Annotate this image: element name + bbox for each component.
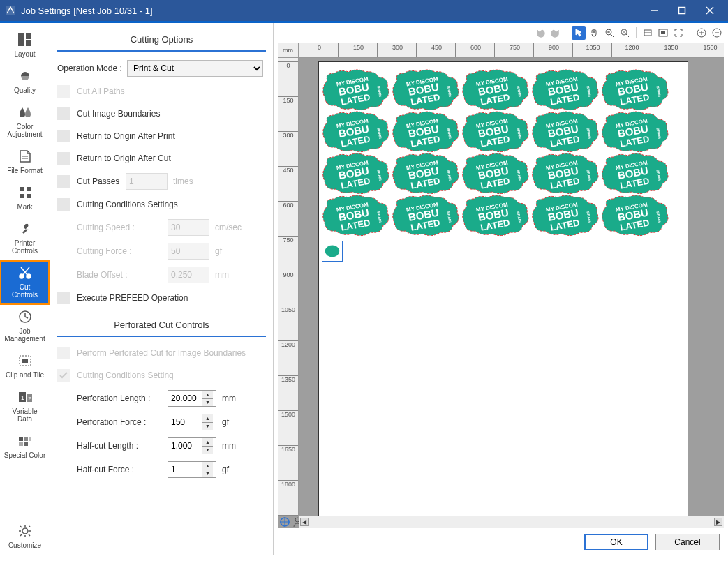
canvas-inner[interactable]: MY DISCOM BOBU LATED BRAIN MY DISCOM BOB… xyxy=(299,58,724,516)
svg-rect-28 xyxy=(24,437,28,441)
options-panel: Cutting Options Operation Mode : Print &… xyxy=(50,23,274,555)
redo-button[interactable] xyxy=(549,26,563,40)
tab-quality[interactable]: Quality xyxy=(0,63,50,100)
tab-label: File Format xyxy=(1,167,48,174)
nested-sticker[interactable]: MY DISCOM BOBU LATED BRAIN xyxy=(319,193,392,238)
zoom-in-button[interactable] xyxy=(602,26,616,40)
spin-up[interactable]: ▲ xyxy=(202,462,213,470)
svg-point-32 xyxy=(22,528,28,534)
prefeed-checkbox[interactable] xyxy=(57,292,70,304)
dialog-footer: OK Cancel xyxy=(274,528,728,555)
pointer-tool[interactable] xyxy=(572,26,586,40)
undo-button[interactable] xyxy=(533,26,547,40)
svg-rect-10 xyxy=(20,187,24,191)
cut-passes-checkbox[interactable] xyxy=(57,175,70,188)
nested-sticker[interactable]: MY DISCOM BOBU LATED BRAIN xyxy=(528,68,601,112)
operation-mode-select[interactable]: Print & Cut xyxy=(127,60,263,77)
cut-image-boundaries-label: Cut Image Boundaries xyxy=(77,109,160,119)
perf-length-unit: mm xyxy=(222,394,257,403)
svg-line-38 xyxy=(29,534,30,536)
spin-down[interactable]: ▼ xyxy=(202,399,213,407)
spin-down[interactable]: ▼ xyxy=(202,470,213,478)
nested-sticker[interactable]: MY DISCOM BOBU LATED BRAIN xyxy=(389,151,461,196)
layout-icon xyxy=(15,31,35,48)
wrench-icon xyxy=(15,220,35,237)
fit-page-button[interactable] xyxy=(671,26,685,40)
nested-sticker[interactable]: MY DISCOM BOBU LATED BRAIN xyxy=(528,193,601,238)
nested-sticker[interactable]: MY DISCOM BOBU LATED BRAIN xyxy=(459,193,531,238)
tab-label: Layout xyxy=(1,50,48,58)
tab-printer-controls[interactable]: Printer Controls xyxy=(0,216,50,260)
nested-sticker[interactable]: MY DISCOM BOBU LATED BRAIN xyxy=(319,151,392,196)
tab-color-adjustment[interactable]: Color Adjustment xyxy=(0,100,50,144)
perf-force-input[interactable]: ▲▼ xyxy=(168,414,216,430)
svg-line-40 xyxy=(20,534,22,536)
perf-length-input[interactable]: ▲▼ xyxy=(168,390,216,407)
nested-sticker[interactable]: MY DISCOM BOBU LATED BRAIN xyxy=(528,151,601,196)
zoom-out-button[interactable] xyxy=(618,26,632,40)
nested-sticker[interactable]: MY DISCOM BOBU LATED BRAIN xyxy=(389,110,461,154)
tab-variable-data[interactable]: 12 Variable Data xyxy=(0,384,50,428)
return-origin-cut-checkbox[interactable] xyxy=(57,152,70,165)
fit-width-button[interactable] xyxy=(641,26,655,40)
tab-customize[interactable]: Customize xyxy=(0,518,50,555)
nested-sticker[interactable]: MY DISCOM BOBU LATED BRAIN xyxy=(319,68,392,112)
half-length-input[interactable]: ▲▼ xyxy=(168,437,216,454)
horizontal-scrollbar[interactable]: ◀ ▶ xyxy=(299,516,724,528)
svg-line-20 xyxy=(25,317,28,318)
nested-sticker[interactable]: MY DISCOM BOBU LATED BRAIN xyxy=(459,110,531,154)
app-icon xyxy=(4,4,17,17)
hand-tool[interactable] xyxy=(587,26,601,40)
maximize-button[interactable] xyxy=(668,1,696,20)
mark-icon xyxy=(15,184,35,201)
ok-button[interactable]: OK xyxy=(584,534,648,550)
tab-file-format[interactable]: File Format xyxy=(0,144,50,180)
tab-label: Printer Controls xyxy=(1,239,48,255)
remove-button[interactable] xyxy=(710,26,724,40)
tab-job-management[interactable]: Job Management xyxy=(0,304,50,348)
add-button[interactable] xyxy=(694,26,708,40)
tab-mark[interactable]: Mark xyxy=(0,180,50,216)
svg-line-42 xyxy=(611,34,614,37)
tab-layout[interactable]: Layout xyxy=(0,27,50,63)
nested-sticker[interactable]: MY DISCOM BOBU LATED BRAIN xyxy=(598,151,671,196)
cutting-speed-label: Cutting Speed : xyxy=(77,223,168,232)
nested-sticker[interactable]: MY DISCOM BOBU LATED BRAIN xyxy=(528,110,601,154)
cutting-conditions-checkbox[interactable] xyxy=(57,198,70,211)
nested-sticker[interactable]: MY DISCOM BOBU LATED BRAIN xyxy=(598,193,671,238)
spin-up[interactable]: ▲ xyxy=(202,414,213,423)
tab-special-color[interactable]: Special Color xyxy=(0,428,50,465)
nested-sticker[interactable]: MY DISCOM BOBU LATED BRAIN xyxy=(459,68,531,112)
svg-rect-31 xyxy=(24,442,28,446)
cancel-button[interactable]: Cancel xyxy=(655,534,720,550)
ruler-horizontal: 015030045060075090010501200135015001650 xyxy=(299,43,724,58)
nested-sticker[interactable]: MY DISCOM BOBU LATED BRAIN xyxy=(389,68,461,112)
half-force-label: Half-cut Force : xyxy=(77,465,168,474)
target-icon[interactable] xyxy=(279,516,290,527)
spin-down[interactable]: ▼ xyxy=(202,423,213,430)
canvas[interactable]: mm 0150300450600750900105012001350150016… xyxy=(278,43,724,528)
clip-icon xyxy=(15,352,35,369)
close-button[interactable] xyxy=(696,1,724,20)
spin-up[interactable]: ▲ xyxy=(202,438,213,447)
half-length-label: Half-cut Length : xyxy=(77,441,168,451)
fit-object-button[interactable] xyxy=(656,26,670,40)
tab-cut-controls[interactable]: Cut Controls xyxy=(0,260,50,304)
nested-sticker[interactable]: MY DISCOM BOBU LATED BRAIN xyxy=(459,151,531,196)
nested-sticker[interactable]: MY DISCOM BOBU LATED BRAIN xyxy=(598,110,671,154)
nested-sticker[interactable]: MY DISCOM BOBU LATED BRAIN xyxy=(389,193,461,238)
blade-offset-unit: mm xyxy=(215,270,250,280)
cut-image-boundaries-checkbox[interactable] xyxy=(57,107,70,120)
nested-sticker[interactable]: MY DISCOM BOBU LATED BRAIN xyxy=(319,110,392,154)
minimize-button[interactable] xyxy=(640,1,668,20)
spin-up[interactable]: ▲ xyxy=(202,391,213,399)
cutting-options-header: Cutting Options xyxy=(57,30,266,52)
tab-clip-tile[interactable]: Clip and Tile xyxy=(0,348,50,384)
spin-down[interactable]: ▼ xyxy=(202,447,213,454)
half-force-input[interactable]: ▲▼ xyxy=(168,461,216,478)
tab-label: Mark xyxy=(1,203,48,211)
return-origin-print-checkbox[interactable] xyxy=(57,130,70,142)
selected-object[interactable] xyxy=(322,241,343,262)
svg-rect-13 xyxy=(27,194,31,198)
nested-sticker[interactable]: MY DISCOM BOBU LATED BRAIN xyxy=(598,68,671,112)
